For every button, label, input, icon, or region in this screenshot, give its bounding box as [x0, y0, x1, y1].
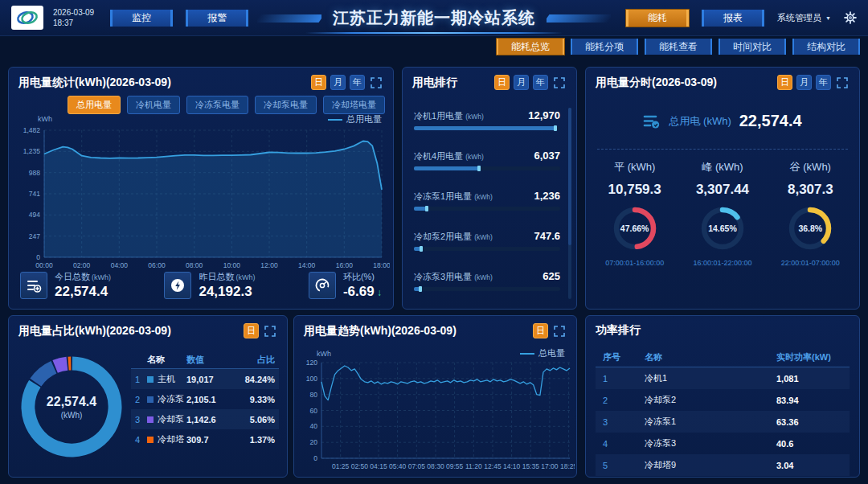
band-ring: 47.66% — [612, 206, 657, 251]
ranking-unit: (kWh) — [465, 113, 484, 121]
ranking-label: 冷机4用电量 (kWh) — [414, 150, 484, 162]
period-button[interactable]: 年 — [350, 75, 365, 90]
band-ring: 36.8% — [788, 206, 833, 251]
series-tab[interactable]: 冷却塔电量 — [323, 96, 385, 114]
period-button[interactable]: 月 — [796, 75, 812, 90]
band-value: 10,759.3 — [608, 182, 661, 198]
period-controls: 日 — [244, 323, 277, 338]
row-percent: 9.33% — [236, 395, 275, 404]
expand-icon[interactable] — [552, 76, 567, 90]
series-tab[interactable]: 冷机电量 — [127, 96, 180, 114]
ranking-bar-fill — [414, 207, 428, 211]
power-ranking-table: 序号名称实时功率(kW)1冷机11,0812冷却泵283.943冷冻泵163.3… — [596, 348, 850, 476]
series-tab[interactable]: 冷冻泵电量 — [186, 96, 248, 114]
svg-text:05:40: 05:40 — [389, 462, 407, 470]
row-name: 冷冻泵 — [158, 393, 186, 405]
user-menu[interactable]: 系统管理员 ▼ — [777, 12, 831, 24]
band-percent: 47.66% — [612, 206, 657, 251]
table-row[interactable]: 3冷却泵1,142.65.06% — [131, 409, 279, 429]
gear-icon[interactable] — [844, 11, 857, 24]
subnav-tab-3[interactable]: 能耗查看 — [645, 39, 712, 55]
ranking-item: 冷冻泵3用电量 (kWh)625 — [414, 270, 560, 291]
period-button[interactable]: 月 — [514, 75, 529, 90]
table-row[interactable]: 2冷冻泵2,105.19.33% — [131, 389, 279, 409]
period-controls: 日 — [533, 323, 567, 338]
band-label: 谷 (kWh) — [790, 160, 831, 174]
energy-list-icon — [643, 113, 661, 130]
row-value: 83.94 — [776, 396, 842, 405]
legend-line-icon — [520, 353, 534, 355]
period-button[interactable]: 日 — [494, 75, 510, 90]
band-percent: 14.65% — [700, 206, 745, 251]
table-row[interactable]: 5冷却塔93.04 — [596, 454, 850, 476]
series-tab[interactable]: 总用电量 — [68, 96, 121, 114]
period-button[interactable]: 日 — [533, 323, 548, 338]
ranking-bar-track — [414, 207, 560, 211]
scrollbar[interactable] — [568, 108, 571, 299]
logo-icon — [14, 7, 41, 28]
row-percent: 5.06% — [236, 415, 275, 425]
page-title: 江苏正力新能一期冷站系统 — [333, 7, 535, 29]
row-value: 19,017 — [186, 375, 236, 384]
row-index: 3 — [603, 417, 645, 427]
row-percent: 1.37% — [236, 435, 275, 445]
row-value: 309.7 — [186, 435, 236, 445]
column-header: 名称 — [147, 354, 186, 366]
column-header: 序号 — [603, 351, 645, 363]
ranking-unit: (kWh) — [474, 233, 493, 241]
subnav-tab-2[interactable]: 能耗分项 — [571, 39, 638, 55]
subnav-tab-4[interactable]: 时间对比 — [719, 39, 786, 55]
series-tabs: 总用电量冷机电量冷冻泵电量冷却泵电量冷却塔电量 — [9, 90, 393, 114]
period-button[interactable]: 年 — [816, 75, 831, 90]
row-value: 63.36 — [776, 417, 842, 427]
svg-text:0: 0 — [313, 454, 317, 462]
subnav-tab-5[interactable]: 结构对比 — [792, 39, 860, 55]
table-row[interactable]: 1主机19,01784.24% — [131, 369, 279, 389]
table-row[interactable]: 1冷机11,081 — [596, 367, 850, 389]
band-value: 3,307.44 — [696, 182, 749, 198]
ranking-bar-cap — [425, 206, 428, 211]
period-button[interactable]: 月 — [330, 75, 346, 90]
period-button[interactable]: 年 — [533, 75, 548, 90]
expand-icon[interactable] — [263, 324, 277, 338]
expand-icon[interactable] — [369, 76, 383, 90]
expand-icon[interactable] — [552, 324, 567, 338]
nav-button-1[interactable]: 监控 — [110, 10, 173, 27]
table-row[interactable]: 3冷冻泵163.36 — [596, 411, 850, 433]
svg-text:17:00: 17:00 — [541, 462, 559, 470]
table-row[interactable]: 4冷却塔309.71.37% — [131, 429, 279, 449]
row-value: 1,081 — [776, 374, 842, 384]
svg-text:08:00: 08:00 — [186, 261, 203, 269]
period-button[interactable]: 日 — [244, 323, 259, 338]
tou-band: 峰 (kWh)3,307.4414.65%16:00:01-22:00:00 — [693, 160, 751, 267]
row-index: 2 — [603, 396, 645, 405]
nav-button-2[interactable]: 报警 — [186, 10, 248, 27]
svg-text:12:45: 12:45 — [484, 462, 502, 470]
stat-item: 环比(%)-6.69 ↓ — [309, 271, 382, 300]
ranking-unit: (kWh) — [474, 193, 493, 201]
table-row[interactable]: 4冷冻泵340.6 — [596, 433, 850, 454]
scrollbar-thumb[interactable] — [568, 108, 571, 245]
period-button[interactable]: 日 — [311, 75, 326, 90]
nav-right-button-2[interactable]: 报表 — [702, 10, 764, 27]
ranking-bar-track — [414, 287, 560, 291]
tou-band: 谷 (kWh)8,307.336.8%22:00:01-07:00:00 — [781, 160, 840, 267]
table-row[interactable]: 2冷却泵283.94 — [596, 389, 850, 411]
user-name: 系统管理员 — [777, 12, 821, 24]
subnav-tab-1[interactable]: 能耗总览 — [497, 39, 564, 55]
svg-text:04:15: 04:15 — [370, 462, 387, 470]
energy-subnav: 能耗总览能耗分项能耗查看时间对比结构对比 — [497, 39, 860, 55]
svg-text:18:25: 18:25 — [560, 462, 575, 470]
svg-text:60: 60 — [310, 407, 318, 415]
period-button[interactable]: 日 — [777, 75, 792, 90]
svg-text:16:00: 16:00 — [336, 261, 354, 269]
expand-icon[interactable] — [835, 76, 850, 90]
nav-right-button-1[interactable]: 能耗 — [626, 10, 689, 27]
app-title-wrap: 江苏正力新能一期冷站系统 — [257, 0, 611, 36]
svg-text:247: 247 — [29, 232, 40, 240]
series-tab[interactable]: 冷却泵电量 — [255, 96, 317, 114]
svg-text:1,235: 1,235 — [23, 147, 41, 155]
row-name: 冷冻泵1 — [645, 416, 776, 428]
svg-text:741: 741 — [29, 190, 40, 198]
usage-trend-chart: 02040608010012001:2502:5004:1505:4007:05… — [297, 358, 575, 474]
